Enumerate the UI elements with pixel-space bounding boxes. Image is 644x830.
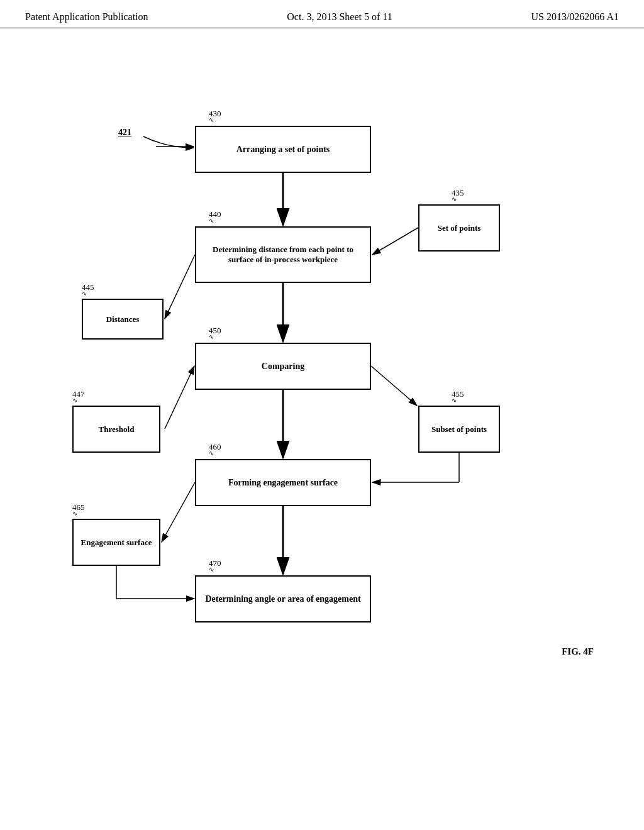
header-center: Oct. 3, 2013 Sheet 5 of 11 xyxy=(287,11,392,23)
ref-450: 450 ∿ xyxy=(209,326,221,340)
header-left: Patent Application Publication xyxy=(25,11,148,23)
header-right: US 2013/0262066 A1 xyxy=(531,11,619,23)
block-comparing: Comparing xyxy=(195,343,371,390)
ref-460: 460 ∿ xyxy=(209,442,221,456)
figure-label: FIG. 4F xyxy=(562,646,594,657)
block-arranging: Arranging a set of points xyxy=(195,126,371,173)
svg-line-13 xyxy=(162,482,195,542)
ref-447: 447 ∿ xyxy=(72,389,85,404)
ref-421: 421 xyxy=(118,128,131,138)
ref-430: 430 ∿ xyxy=(209,109,221,123)
ref-445: 445 ∿ xyxy=(82,282,94,297)
diagram-area: Arranging a set of points 430 ∿ Determin… xyxy=(0,28,644,802)
block-forming-engagement: Forming engagement surface xyxy=(195,459,371,506)
block-set-of-points: Set of points xyxy=(418,204,500,252)
svg-line-10 xyxy=(371,366,417,406)
ref-465: 465 ∿ xyxy=(72,502,85,517)
svg-line-9 xyxy=(165,366,194,429)
ref-435: 435 ∿ xyxy=(452,188,464,202)
svg-line-8 xyxy=(165,255,195,319)
page-header: Patent Application Publication Oct. 3, 2… xyxy=(0,0,644,28)
svg-line-6 xyxy=(372,228,418,255)
block-determining-distance: Determining distance from each point to … xyxy=(195,226,371,283)
block-threshold: Threshold xyxy=(72,406,160,453)
block-distances: Distances xyxy=(82,299,164,340)
ref-470: 470 ∿ xyxy=(209,558,221,573)
ref-455: 455 ∿ xyxy=(452,389,464,404)
ref-440: 440 ∿ xyxy=(209,209,221,224)
block-determining-angle: Determining angle or area of engagement xyxy=(195,575,371,622)
block-engagement-surface: Engagement surface xyxy=(72,519,160,566)
block-subset-of-points: Subset of points xyxy=(418,406,500,453)
